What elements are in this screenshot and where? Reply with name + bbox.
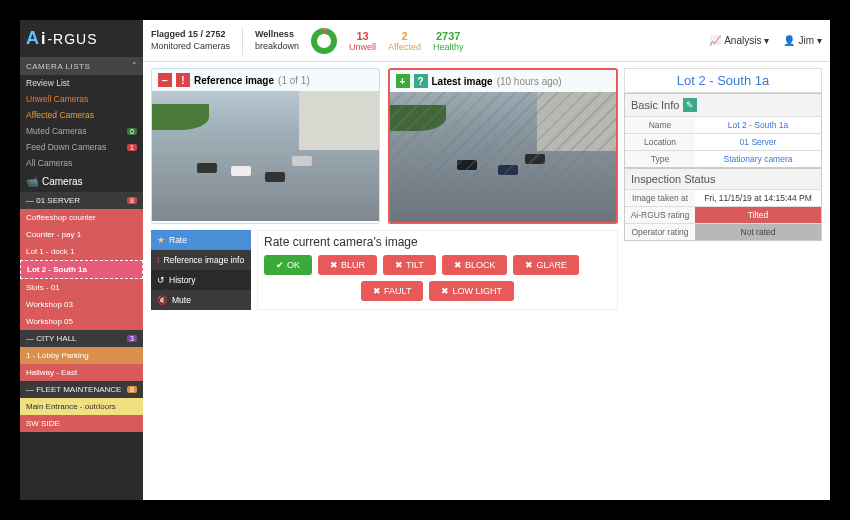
chevron-up-icon: ˄ [132, 61, 138, 71]
info-icon[interactable]: ! [176, 73, 190, 87]
rate-fault-button[interactable]: ✖FAULT [361, 281, 423, 301]
sidebar-item-all[interactable]: All Cameras [20, 155, 143, 171]
sidebar-item-affected[interactable]: Affected Cameras [20, 107, 143, 123]
mute-icon: 🔇 [157, 295, 168, 305]
latest-image-panel: + ? Latest image (10 hours ago) [388, 68, 619, 224]
camera-item[interactable]: 1 - Lobby Parking [20, 347, 143, 364]
main-content: Flagged 15 / 2752 Monitored Cameras Well… [143, 20, 830, 500]
camera-lists-header[interactable]: CAMERA LISTS ˄ [20, 57, 143, 75]
tab-history[interactable]: ↺History [151, 270, 251, 290]
wellness-donut [311, 28, 337, 54]
inspection-status-section: Inspection Status Image taken atFri, 11/… [624, 168, 822, 241]
server-header[interactable]: — FLEET MAINTENANCE8 [20, 381, 143, 398]
warning-icon: ! [157, 255, 159, 265]
badge: 0 [127, 128, 137, 135]
camera-item[interactable]: Slots - 01 [20, 279, 143, 296]
minus-button[interactable]: − [158, 73, 172, 87]
plus-button[interactable]: + [396, 74, 410, 88]
rate-blur-button[interactable]: ✖BLUR [318, 255, 377, 275]
logo: A i -RGUS [20, 20, 143, 57]
server-list: — 01 SERVER8Coffeeshop counterCounter - … [20, 192, 143, 432]
basic-info-section: Basic Info✎ NameLot 2 - South 1a Locatio… [624, 93, 822, 168]
camera-title: Lot 2 - South 1a [624, 68, 822, 93]
chart-icon: 📈 [709, 35, 721, 46]
x-icon: ✖ [330, 260, 338, 270]
server-header[interactable]: — 01 SERVER8 [20, 192, 143, 209]
camera-item[interactable]: Hallway - East [20, 364, 143, 381]
sidebar-item-review[interactable]: Review List [20, 75, 143, 91]
caret-down-icon: ▾ [817, 35, 822, 46]
star-icon: ★ [157, 235, 165, 245]
latest-image[interactable] [390, 92, 617, 222]
rate-ok-button[interactable]: ✔OK [264, 255, 312, 275]
rate-lowlight-button[interactable]: ✖LOW LIGHT [429, 281, 514, 301]
flagged-stats: Flagged 15 / 2752 Monitored Cameras [151, 29, 230, 52]
server-header[interactable]: — CITY HALL3 [20, 330, 143, 347]
help-icon[interactable]: ? [414, 74, 428, 88]
camera-item[interactable]: Coffeeshop counter [20, 209, 143, 226]
rate-glare-button[interactable]: ✖GLARE [513, 255, 579, 275]
rate-title: Rate current camera's image [264, 235, 611, 249]
camera-item[interactable]: Main Entrance - outdoors [20, 398, 143, 415]
wellness-label: Wellness breakdown [255, 29, 299, 52]
rate-tilt-button[interactable]: ✖TILT [383, 255, 436, 275]
camera-item[interactable]: Counter - pay 1 [20, 226, 143, 243]
reference-image[interactable] [152, 91, 379, 221]
tab-column: ★Rate !Reference image info ↺History 🔇Mu… [151, 230, 251, 310]
wellness-breakdown: 13Unwell 2Affected 2737Healthy [349, 30, 463, 52]
caret-down-icon: ▾ [764, 35, 769, 46]
camera-icon: 📹 [26, 176, 38, 187]
camera-item[interactable]: Lot 1 - dock 1 [20, 243, 143, 260]
sidebar-item-muted[interactable]: Muted Cameras 0 [20, 123, 143, 139]
tab-mute[interactable]: 🔇Mute [151, 290, 251, 310]
rate-block-button[interactable]: ✖BLOCK [442, 255, 508, 275]
detail-column: Lot 2 - South 1a Basic Info✎ NameLot 2 -… [624, 68, 822, 494]
x-icon: ✖ [525, 260, 533, 270]
rate-panel: Rate current camera's image ✔OK ✖BLUR ✖T… [257, 230, 618, 310]
x-icon: ✖ [395, 260, 403, 270]
x-icon: ✖ [373, 286, 381, 296]
user-icon: 👤 [783, 35, 795, 46]
sidebar-item-cameras[interactable]: 📹 Cameras [20, 171, 143, 192]
tab-rate[interactable]: ★Rate [151, 230, 251, 250]
tab-reference-info[interactable]: !Reference image info [151, 250, 251, 270]
sidebar-item-feed[interactable]: Feed Down Cameras 1 [20, 139, 143, 155]
camera-item[interactable]: Lot 2 - South 1a [20, 260, 143, 279]
topbar: Flagged 15 / 2752 Monitored Cameras Well… [143, 20, 830, 62]
edit-button[interactable]: ✎ [683, 98, 697, 112]
x-icon: ✖ [454, 260, 462, 270]
reference-image-panel: − ! Reference image (1 of 1) [151, 68, 380, 224]
x-icon: ✖ [441, 286, 449, 296]
analysis-menu[interactable]: 📈 Analysis ▾ [709, 35, 769, 46]
sidebar: A i -RGUS CAMERA LISTS ˄ Review List Unw… [20, 20, 143, 500]
check-icon: ✔ [276, 260, 284, 270]
camera-item[interactable]: Workshop 05 [20, 313, 143, 330]
user-menu[interactable]: 👤 Jim ▾ [783, 35, 822, 46]
camera-item[interactable]: SW SIDE [20, 415, 143, 432]
camera-item[interactable]: Workshop 03 [20, 296, 143, 313]
badge: 1 [127, 144, 137, 151]
sidebar-item-unwell[interactable]: Unwell Cameras [20, 91, 143, 107]
history-icon: ↺ [157, 275, 165, 285]
